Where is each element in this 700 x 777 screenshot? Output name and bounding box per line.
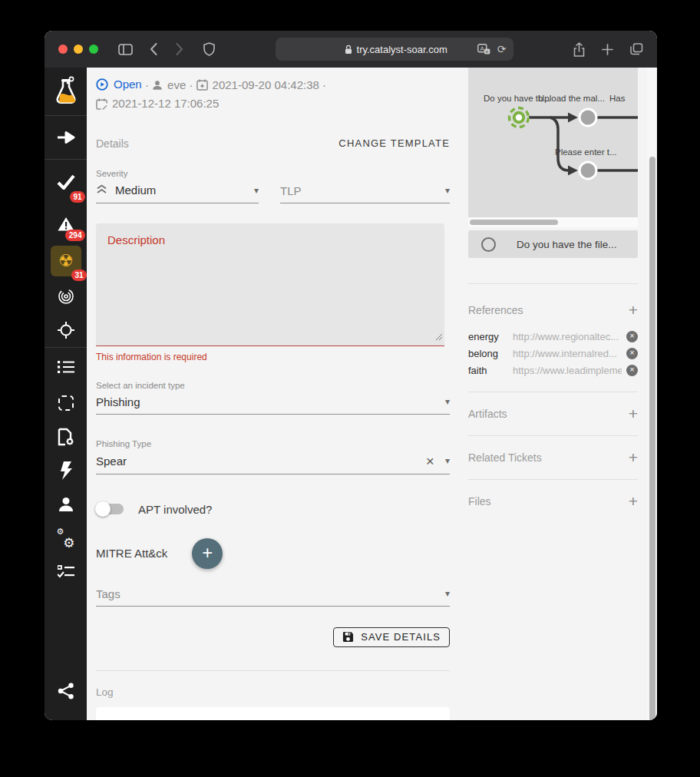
description-textarea[interactable]: Description: [96, 223, 444, 346]
clear-icon[interactable]: ×: [426, 454, 434, 468]
sidebar-item-playbooks[interactable]: [45, 420, 87, 454]
svg-text:x: x: [486, 49, 488, 54]
playbook-node-label: Upload the mal...: [538, 94, 605, 103]
incident-type-select[interactable]: Phishing ▾: [96, 395, 450, 415]
separator: ·: [322, 78, 326, 91]
task-label: Do you have the file...: [517, 239, 617, 250]
panel-divider: [468, 435, 638, 436]
playbook-task-node[interactable]: [579, 109, 596, 126]
lightning-bolt-icon: [60, 461, 72, 480]
description-placeholder: Description: [107, 233, 165, 246]
traffic-lights: [58, 45, 98, 54]
sidebar-item-fingerprint[interactable]: [45, 279, 87, 313]
zoom-window-button[interactable]: [89, 45, 98, 54]
reference-row: faith https://www.leadimpleme... ×: [468, 362, 638, 379]
sidebar-item-settings[interactable]: ⚙ ⚙: [45, 521, 87, 555]
dashed-box-icon: [58, 395, 74, 411]
hscrollbar-thumb[interactable]: [470, 220, 558, 225]
sidebar-item-share[interactable]: [45, 674, 87, 708]
sidebar-item-tasks[interactable]: 91: [45, 160, 87, 204]
severity-label: Severity: [96, 169, 259, 178]
tags-select[interactable]: Tags ▾: [96, 587, 450, 607]
phishing-type-select[interactable]: Spear × ▾: [96, 454, 450, 474]
tlp-placeholder: TLP: [280, 184, 302, 197]
tlp-select[interactable]: TLP ▾: [280, 184, 450, 203]
vscrollbar-thumb[interactable]: [649, 157, 655, 720]
tags-placeholder: Tags: [96, 587, 121, 600]
add-file-button[interactable]: +: [629, 493, 638, 509]
playbook-graph[interactable]: Do you have th... Upload the mal... Has …: [468, 68, 638, 217]
reference-name[interactable]: energy: [468, 331, 513, 342]
add-artifact-button[interactable]: +: [629, 405, 638, 422]
add-reference-button[interactable]: +: [629, 302, 638, 318]
task-radio-icon[interactable]: [481, 237, 496, 252]
tab-overview-icon[interactable]: [630, 43, 643, 55]
sidebar-item-rules[interactable]: [45, 555, 87, 589]
save-details-button[interactable]: SAVE DETAILS: [333, 627, 450, 647]
reload-icon[interactable]: ⟳: [497, 44, 507, 55]
sidebar-item-incidents-active[interactable]: ☢ 31: [45, 243, 87, 279]
artifacts-header: Artifacts +: [468, 405, 638, 422]
resize-handle[interactable]: [435, 330, 443, 344]
created-at: 2021-09-20 04:42:38: [196, 76, 319, 94]
playbook-task-node[interactable]: [579, 162, 596, 179]
apt-toggle[interactable]: [97, 504, 124, 514]
change-template-button[interactable]: CHANGE TEMPLATE: [338, 137, 450, 149]
files-title: Files: [468, 495, 491, 508]
sidebar-item-automations[interactable]: [45, 454, 87, 488]
chevron-down-icon: ▾: [445, 397, 450, 406]
sidebar-item-alerts[interactable]: 294: [45, 204, 87, 243]
reference-name[interactable]: belong: [468, 348, 513, 359]
remove-reference-button[interactable]: ×: [626, 348, 638, 359]
chevron-down-icon: ▾: [445, 186, 450, 195]
files-header: Files +: [468, 493, 638, 509]
reference-row: belong http://www.internalred... ×: [468, 345, 638, 362]
phishing-type-value: Spear: [96, 455, 127, 468]
calendar-plus-icon: [196, 79, 208, 91]
tasks-badge: 91: [70, 191, 85, 203]
phishing-type-label: Phishing Type: [96, 439, 459, 448]
browser-toolbar: try.catalyst-soar.com Ax ⟳: [45, 31, 657, 68]
reference-name[interactable]: faith: [468, 365, 513, 376]
privacy-shield-icon[interactable]: [203, 42, 215, 56]
reference-url[interactable]: https://www.leadimpleme...: [513, 365, 622, 376]
task-list-item[interactable]: Do you have the file...: [468, 230, 638, 258]
close-window-button[interactable]: [58, 45, 68, 54]
lock-icon: [345, 45, 352, 55]
arrow-right-icon: [57, 131, 75, 144]
svg-text:A: A: [480, 45, 484, 52]
remove-reference-button[interactable]: ×: [626, 365, 638, 376]
playbook-node-label: Please enter t...: [555, 147, 617, 157]
checklist-icon: [58, 565, 74, 579]
back-button[interactable]: [150, 43, 157, 55]
sidebar-toggle-icon[interactable]: [118, 44, 133, 55]
reference-url[interactable]: http://www.internalred...: [513, 348, 622, 359]
panel-divider: [468, 392, 638, 392]
sidebar-item-users[interactable]: [45, 488, 87, 521]
severity-select[interactable]: Medium ▾: [96, 184, 259, 203]
calendar-edit-icon: [96, 98, 107, 110]
plus-icon: +: [202, 544, 213, 562]
sidebar-item-hunt[interactable]: [45, 313, 87, 347]
status-open[interactable]: Open: [96, 75, 142, 94]
person-icon: [58, 496, 74, 513]
bullet-list-icon: [58, 361, 74, 373]
sidebar-item-forward[interactable]: [45, 116, 87, 159]
sidebar-item-templates[interactable]: [45, 386, 87, 420]
flask-icon: [54, 76, 78, 107]
address-bar[interactable]: try.catalyst-soar.com Ax ⟳: [276, 38, 513, 61]
share-page-icon[interactable]: [573, 42, 585, 57]
comment-box: [96, 707, 450, 721]
forward-button[interactable]: [176, 43, 183, 55]
translate-icon[interactable]: Ax: [477, 44, 490, 55]
remove-reference-button[interactable]: ×: [626, 331, 638, 342]
minimize-window-button[interactable]: [74, 45, 83, 54]
new-tab-icon[interactable]: [602, 44, 613, 55]
sidebar-item-list[interactable]: [45, 348, 87, 386]
add-related-ticket-button[interactable]: +: [629, 449, 638, 465]
reference-url[interactable]: http://www.regionaltec...: [513, 331, 622, 342]
add-mitre-button[interactable]: +: [192, 538, 223, 569]
app-sidebar: 91 294 ☢ 31: [45, 68, 87, 720]
mitre-label: MITRE Att&ck: [96, 547, 167, 560]
catalyst-flask-logo[interactable]: [45, 68, 87, 115]
